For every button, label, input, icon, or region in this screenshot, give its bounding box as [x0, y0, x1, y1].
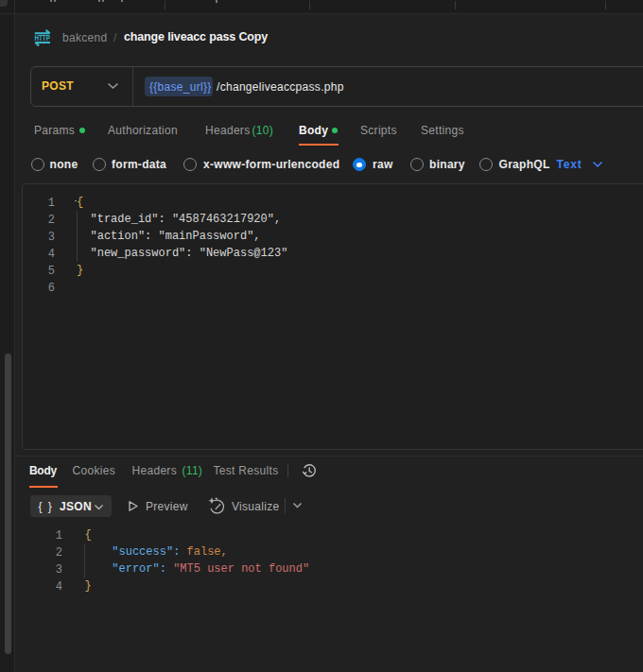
- svg-text:HTTP: HTTP: [35, 34, 51, 43]
